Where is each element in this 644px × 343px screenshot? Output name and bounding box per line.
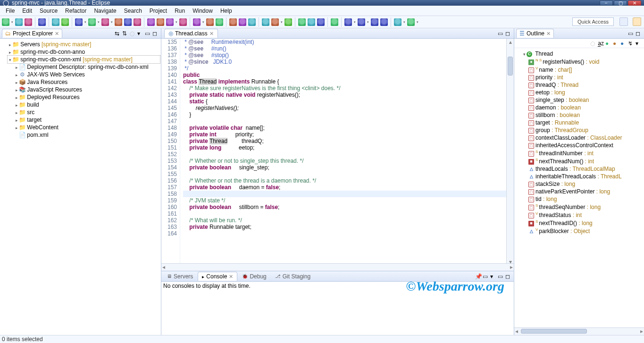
- code-line-135[interactable]: * @see Runtime#exit(int): [183, 39, 506, 45]
- editor-tab-thread[interactable]: ◎ Thread.class ✕: [164, 29, 218, 38]
- code-line-151[interactable]: private long eetop;: [183, 144, 506, 151]
- code-line-146[interactable]: }: [183, 111, 506, 118]
- menu-navigate[interactable]: Navigate: [90, 8, 120, 14]
- debug-dropdown-icon[interactable]: ▾: [84, 20, 86, 24]
- runlast-icon[interactable]: [101, 18, 109, 26]
- code-line-137[interactable]: * @see #stop(): [183, 52, 506, 59]
- code-line-136[interactable]: * @see #run(): [183, 45, 506, 52]
- print-icon[interactable]: [38, 18, 46, 26]
- outline-item[interactable]: □SthreadSeqNumber : long: [528, 203, 643, 211]
- coverage-icon[interactable]: [115, 18, 122, 26]
- code-line-159[interactable]: /* JVM state */: [183, 197, 506, 204]
- minimize-panel-icon[interactable]: ▭: [498, 273, 504, 280]
- opentask-icon[interactable]: [271, 18, 279, 26]
- debug-icon[interactable]: [75, 18, 83, 26]
- code-line-144[interactable]: static {: [183, 98, 506, 105]
- code-line-158[interactable]: [183, 191, 506, 197]
- expand-icon[interactable]: ▸: [14, 73, 19, 77]
- tree-item[interactable]: ▾📁 spring-mvc-db-conn-xml [spring-mvc ma…: [8, 56, 160, 63]
- extapp-dropdown-icon[interactable]: ▾: [176, 20, 177, 24]
- outline-item[interactable]: □Vname : char[]: [528, 66, 643, 74]
- outline-item[interactable]: □tid : long: [528, 195, 643, 203]
- view-menu-icon[interactable]: ▾: [636, 40, 642, 47]
- outline-item[interactable]: ●N SregisterNatives() : void: [528, 58, 643, 66]
- code-line-138[interactable]: * @since JDK1.0: [183, 59, 506, 65]
- code-line-161[interactable]: [183, 210, 506, 217]
- git-c-icon[interactable]: [344, 18, 352, 26]
- java-ee-perspective-button[interactable]: [633, 17, 641, 26]
- expand-icon[interactable]: ▸: [14, 88, 19, 92]
- skip-icon[interactable]: [52, 18, 59, 26]
- scroll-right-icon[interactable]: ▸: [640, 328, 643, 335]
- newpkg-dropdown-icon[interactable]: ▾: [202, 20, 204, 24]
- outline-item[interactable]: □daemon : boolean: [528, 104, 643, 111]
- copy-icon[interactable]: [308, 18, 315, 26]
- close-icon[interactable]: ✕: [229, 274, 233, 280]
- outline-item[interactable]: □target : Runnable: [528, 119, 643, 126]
- maximize-view-icon[interactable]: ◻: [152, 30, 159, 37]
- code-line-145[interactable]: registerNatives();: [183, 105, 506, 111]
- outline-item[interactable]: □stillborn : boolean: [528, 111, 643, 119]
- fwd-icon[interactable]: [407, 18, 415, 26]
- expand-icon[interactable]: ▸: [14, 118, 19, 123]
- code-editor[interactable]: 1351361371381391401411421431441451461471…: [161, 39, 514, 263]
- saveall-icon[interactable]: [25, 18, 32, 26]
- run-dropdown-icon[interactable]: ▾: [98, 20, 100, 24]
- fwd-dropdown-icon[interactable]: ▾: [417, 20, 418, 24]
- open-perspective-button[interactable]: [619, 17, 628, 26]
- code-line-157[interactable]: private boolean daemon = false;: [183, 184, 506, 191]
- code-line-164[interactable]: [183, 230, 506, 237]
- outline-item[interactable]: □VthreadStatus : int: [528, 211, 643, 219]
- paste-icon[interactable]: [317, 18, 325, 26]
- expand-icon[interactable]: ▸: [8, 50, 12, 55]
- code-line-143[interactable]: private static native void registerNativ…: [183, 92, 506, 98]
- scroll-left-icon[interactable]: ◂: [515, 328, 518, 335]
- runlast-dropdown-icon[interactable]: ▾: [111, 20, 113, 24]
- focus-icon[interactable]: ◌: [590, 40, 597, 47]
- menu-source[interactable]: Source: [36, 8, 61, 14]
- outline-tab[interactable]: ☰ Outline ✕: [516, 29, 554, 38]
- outline-item[interactable]: □single_step : boolean: [528, 96, 643, 104]
- code-content[interactable]: * @see Runtime#exit(int) * @see #run() *…: [180, 39, 506, 263]
- expand-icon[interactable]: ▸: [14, 80, 19, 85]
- minimize-view-icon[interactable]: ▭: [145, 30, 151, 37]
- maximize-editor-icon[interactable]: ◻: [505, 30, 512, 37]
- close-icon[interactable]: ✕: [209, 31, 214, 37]
- newpkg-icon[interactable]: [193, 18, 201, 26]
- minimize-editor-icon[interactable]: ▭: [498, 30, 504, 37]
- sort-icon[interactable]: a̲z: [598, 40, 604, 47]
- web-icon[interactable]: [331, 18, 338, 26]
- expand-icon[interactable]: ▸: [14, 95, 19, 100]
- run-icon[interactable]: [88, 18, 96, 26]
- scroll-up-icon[interactable]: ▴: [507, 39, 514, 43]
- scroll-left-icon[interactable]: ◂: [162, 264, 165, 270]
- code-line-149[interactable]: private int priority;: [183, 131, 506, 138]
- new-dropdown-icon[interactable]: ▾: [11, 20, 13, 24]
- tree-item[interactable]: 📄 pom.xml: [14, 131, 160, 139]
- git-c-dropdown-icon[interactable]: ▾: [354, 20, 356, 24]
- scroll-right-icon[interactable]: ▸: [510, 264, 513, 270]
- outline-item[interactable]: □contextClassLoader : ClassLoader: [528, 134, 643, 142]
- explorer-tab[interactable]: 🗂 Project Explorer ✕: [2, 29, 62, 38]
- code-line-152[interactable]: [183, 151, 506, 158]
- code-line-163[interactable]: private Runnable target;: [183, 224, 506, 230]
- close-button[interactable]: ✕: [628, 0, 641, 6]
- tree-item[interactable]: ▸📁 Deployed Resources: [14, 93, 160, 101]
- outline-item[interactable]: □stackSize : long: [528, 180, 643, 188]
- hide-local-icon[interactable]: ↯: [628, 40, 635, 47]
- minimize-view-icon[interactable]: ▭: [628, 30, 635, 37]
- open-icon[interactable]: [262, 18, 269, 26]
- opentype-icon[interactable]: [229, 18, 237, 26]
- outline-item-root[interactable]: ▾C Thread: [522, 50, 643, 58]
- code-line-141[interactable]: class Thread implements Runnable {: [183, 78, 506, 85]
- tree-item[interactable]: ▸⚙ JAX-WS Web Services: [14, 71, 160, 78]
- code-line-162[interactable]: /* What will be run. */: [183, 217, 506, 224]
- open-console-icon[interactable]: ▾: [490, 273, 497, 280]
- ant-icon[interactable]: [216, 18, 223, 26]
- outline-item[interactable]: □SthreadInitNumber : int: [528, 149, 643, 157]
- outline-item[interactable]: △inheritableThreadLocals : ThreadL: [528, 173, 643, 180]
- code-line-150[interactable]: private Thread threadQ;: [183, 138, 506, 144]
- maximize-view-icon[interactable]: ◻: [636, 30, 642, 37]
- outline-item[interactable]: ■SnextThreadNum() : int: [528, 157, 643, 165]
- maximize-panel-icon[interactable]: ◻: [505, 273, 512, 280]
